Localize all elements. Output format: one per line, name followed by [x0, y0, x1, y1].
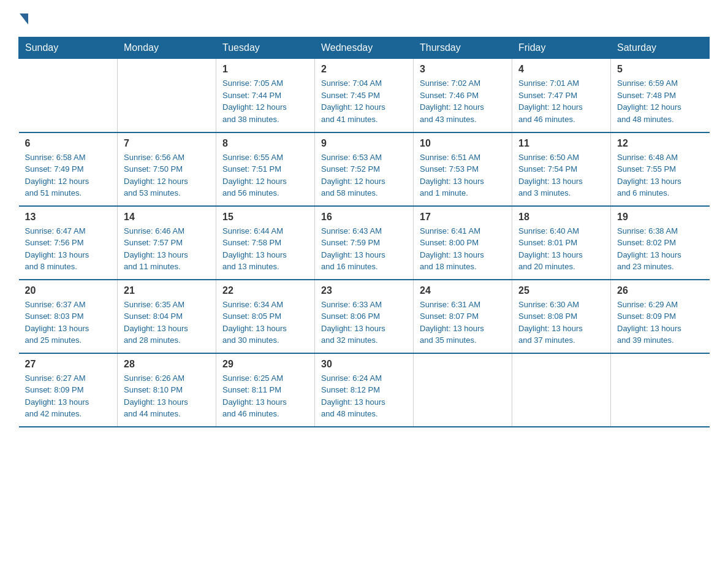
calendar-day-header: Wednesday — [315, 37, 414, 59]
calendar-table: SundayMondayTuesdayWednesdayThursdayFrid… — [18, 37, 710, 427]
calendar-day-cell: 24Sunrise: 6:31 AM Sunset: 8:07 PM Dayli… — [414, 280, 512, 353]
day-number: 3 — [420, 64, 506, 75]
calendar-day-cell: 11Sunrise: 6:50 AM Sunset: 7:54 PM Dayli… — [512, 132, 611, 206]
calendar-day-cell: 8Sunrise: 6:55 AM Sunset: 7:51 PM Daylig… — [216, 132, 315, 206]
calendar-day-cell — [118, 59, 216, 132]
day-info: Sunrise: 6:25 AM Sunset: 8:11 PM Dayligh… — [222, 372, 308, 420]
calendar-day-header: Saturday — [611, 37, 710, 59]
calendar-day-cell: 28Sunrise: 6:26 AM Sunset: 8:10 PM Dayli… — [118, 353, 216, 427]
day-number: 30 — [321, 359, 407, 370]
calendar-day-cell — [19, 59, 118, 132]
calendar-day-cell: 4Sunrise: 7:01 AM Sunset: 7:47 PM Daylig… — [512, 59, 611, 132]
day-number: 7 — [124, 138, 210, 149]
day-number: 1 — [222, 64, 308, 75]
day-number: 13 — [25, 212, 112, 223]
day-number: 15 — [222, 212, 308, 223]
calendar-week-row: 6Sunrise: 6:58 AM Sunset: 7:49 PM Daylig… — [19, 132, 710, 206]
day-info: Sunrise: 6:30 AM Sunset: 8:08 PM Dayligh… — [518, 299, 604, 347]
day-number: 24 — [420, 285, 506, 296]
day-number: 27 — [25, 359, 112, 370]
day-info: Sunrise: 6:46 AM Sunset: 7:57 PM Dayligh… — [124, 225, 210, 273]
calendar-day-cell: 29Sunrise: 6:25 AM Sunset: 8:11 PM Dayli… — [216, 353, 315, 427]
day-number: 20 — [25, 285, 112, 296]
calendar-day-cell: 26Sunrise: 6:29 AM Sunset: 8:09 PM Dayli… — [611, 280, 710, 353]
day-info: Sunrise: 6:51 AM Sunset: 7:53 PM Dayligh… — [420, 151, 506, 199]
day-info: Sunrise: 6:38 AM Sunset: 8:02 PM Dayligh… — [617, 225, 703, 273]
day-info: Sunrise: 6:34 AM Sunset: 8:05 PM Dayligh… — [222, 299, 308, 347]
calendar-day-header: Monday — [118, 37, 216, 59]
calendar-week-row: 27Sunrise: 6:27 AM Sunset: 8:09 PM Dayli… — [19, 353, 710, 427]
day-info: Sunrise: 6:43 AM Sunset: 7:59 PM Dayligh… — [321, 225, 407, 273]
page-header — [18, 12, 710, 25]
calendar-day-cell: 2Sunrise: 7:04 AM Sunset: 7:45 PM Daylig… — [315, 59, 414, 132]
calendar-day-cell: 18Sunrise: 6:40 AM Sunset: 8:01 PM Dayli… — [512, 206, 611, 280]
calendar-header-row: SundayMondayTuesdayWednesdayThursdayFrid… — [19, 37, 710, 59]
calendar-day-cell — [512, 353, 611, 427]
calendar-day-cell: 15Sunrise: 6:44 AM Sunset: 7:58 PM Dayli… — [216, 206, 315, 280]
day-number: 28 — [124, 359, 210, 370]
day-info: Sunrise: 6:53 AM Sunset: 7:52 PM Dayligh… — [321, 151, 407, 199]
day-info: Sunrise: 6:31 AM Sunset: 8:07 PM Dayligh… — [420, 299, 506, 347]
day-number: 22 — [222, 285, 308, 296]
calendar-week-row: 1Sunrise: 7:05 AM Sunset: 7:44 PM Daylig… — [19, 59, 710, 132]
calendar-week-row: 13Sunrise: 6:47 AM Sunset: 7:56 PM Dayli… — [19, 206, 710, 280]
calendar-day-cell — [414, 353, 512, 427]
logo-arrow-icon — [20, 13, 28, 25]
logo — [18, 12, 28, 25]
day-number: 9 — [321, 138, 407, 149]
day-number: 23 — [321, 285, 407, 296]
day-number: 26 — [617, 285, 703, 296]
calendar-day-cell: 3Sunrise: 7:02 AM Sunset: 7:46 PM Daylig… — [414, 59, 512, 132]
day-number: 11 — [518, 138, 604, 149]
day-info: Sunrise: 6:35 AM Sunset: 8:04 PM Dayligh… — [124, 299, 210, 347]
day-info: Sunrise: 6:47 AM Sunset: 7:56 PM Dayligh… — [25, 225, 112, 273]
day-info: Sunrise: 7:01 AM Sunset: 7:47 PM Dayligh… — [518, 77, 604, 125]
calendar-day-cell: 21Sunrise: 6:35 AM Sunset: 8:04 PM Dayli… — [118, 280, 216, 353]
calendar-day-header: Thursday — [414, 37, 512, 59]
day-info: Sunrise: 6:58 AM Sunset: 7:49 PM Dayligh… — [25, 151, 112, 199]
day-number: 5 — [617, 64, 703, 75]
day-number: 25 — [518, 285, 604, 296]
calendar-day-cell: 27Sunrise: 6:27 AM Sunset: 8:09 PM Dayli… — [19, 353, 118, 427]
day-number: 21 — [124, 285, 210, 296]
day-number: 8 — [222, 138, 308, 149]
day-number: 18 — [518, 212, 604, 223]
day-info: Sunrise: 6:56 AM Sunset: 7:50 PM Dayligh… — [124, 151, 210, 199]
day-info: Sunrise: 7:05 AM Sunset: 7:44 PM Dayligh… — [222, 77, 308, 125]
calendar-day-cell: 22Sunrise: 6:34 AM Sunset: 8:05 PM Dayli… — [216, 280, 315, 353]
day-number: 29 — [222, 359, 308, 370]
day-info: Sunrise: 6:37 AM Sunset: 8:03 PM Dayligh… — [25, 299, 112, 347]
day-number: 4 — [518, 64, 604, 75]
day-info: Sunrise: 6:55 AM Sunset: 7:51 PM Dayligh… — [222, 151, 308, 199]
calendar-day-header: Sunday — [19, 37, 118, 59]
calendar-week-row: 20Sunrise: 6:37 AM Sunset: 8:03 PM Dayli… — [19, 280, 710, 353]
day-info: Sunrise: 6:33 AM Sunset: 8:06 PM Dayligh… — [321, 299, 407, 347]
calendar-day-cell: 9Sunrise: 6:53 AM Sunset: 7:52 PM Daylig… — [315, 132, 414, 206]
day-info: Sunrise: 6:24 AM Sunset: 8:12 PM Dayligh… — [321, 372, 407, 420]
day-number: 14 — [124, 212, 210, 223]
day-info: Sunrise: 6:41 AM Sunset: 8:00 PM Dayligh… — [420, 225, 506, 273]
calendar-day-cell: 30Sunrise: 6:24 AM Sunset: 8:12 PM Dayli… — [315, 353, 414, 427]
calendar-day-cell: 12Sunrise: 6:48 AM Sunset: 7:55 PM Dayli… — [611, 132, 710, 206]
day-number: 16 — [321, 212, 407, 223]
calendar-day-cell: 19Sunrise: 6:38 AM Sunset: 8:02 PM Dayli… — [611, 206, 710, 280]
calendar-day-cell — [611, 353, 710, 427]
day-number: 6 — [25, 138, 112, 149]
day-info: Sunrise: 6:29 AM Sunset: 8:09 PM Dayligh… — [617, 299, 703, 347]
day-info: Sunrise: 6:27 AM Sunset: 8:09 PM Dayligh… — [25, 372, 112, 420]
day-info: Sunrise: 6:40 AM Sunset: 8:01 PM Dayligh… — [518, 225, 604, 273]
calendar-day-cell: 5Sunrise: 6:59 AM Sunset: 7:48 PM Daylig… — [611, 59, 710, 132]
calendar-day-header: Friday — [512, 37, 611, 59]
day-number: 10 — [420, 138, 506, 149]
day-number: 17 — [420, 212, 506, 223]
calendar-day-cell: 25Sunrise: 6:30 AM Sunset: 8:08 PM Dayli… — [512, 280, 611, 353]
calendar-day-cell: 7Sunrise: 6:56 AM Sunset: 7:50 PM Daylig… — [118, 132, 216, 206]
calendar-day-cell: 16Sunrise: 6:43 AM Sunset: 7:59 PM Dayli… — [315, 206, 414, 280]
calendar-day-cell: 17Sunrise: 6:41 AM Sunset: 8:00 PM Dayli… — [414, 206, 512, 280]
day-info: Sunrise: 6:48 AM Sunset: 7:55 PM Dayligh… — [617, 151, 703, 199]
day-info: Sunrise: 6:59 AM Sunset: 7:48 PM Dayligh… — [617, 77, 703, 125]
calendar-day-cell: 6Sunrise: 6:58 AM Sunset: 7:49 PM Daylig… — [19, 132, 118, 206]
day-info: Sunrise: 6:50 AM Sunset: 7:54 PM Dayligh… — [518, 151, 604, 199]
calendar-day-cell: 23Sunrise: 6:33 AM Sunset: 8:06 PM Dayli… — [315, 280, 414, 353]
day-number: 2 — [321, 64, 407, 75]
